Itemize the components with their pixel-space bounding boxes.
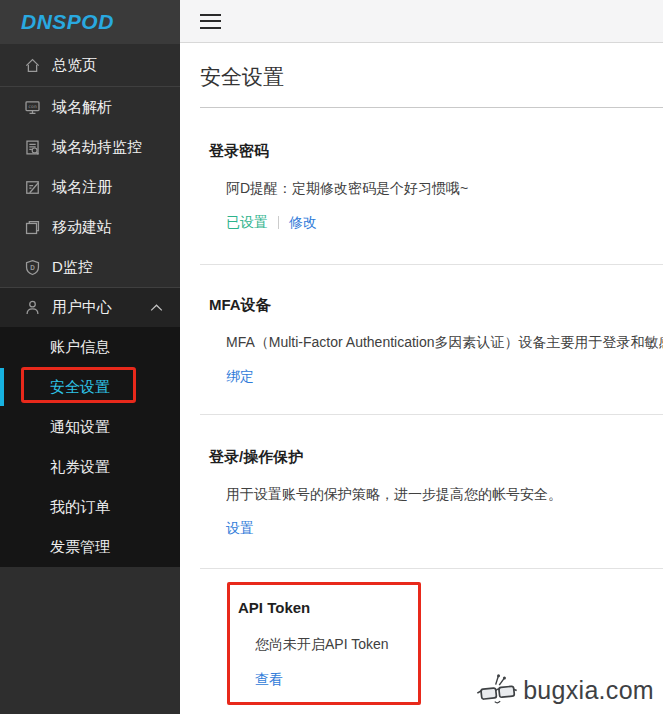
windows-icon [24,219,41,236]
sidebar-filler [0,567,180,714]
sidebar-item-dns[interactable]: con 域名解析 [0,87,180,127]
section-mfa-device: MFA设备 MFA（Multi-Factor Authentication多因素… [209,295,663,386]
sidebar-item-label: 发票管理 [50,538,110,557]
section-login-password: 登录密码 阿D提醒：定期修改密码是个好习惯哦~ 已设置 修改 [209,141,663,232]
sidebar-item-label: 我的订单 [50,498,110,517]
section-body: 您尚未开启API Token [255,635,418,653]
section-body: 阿D提醒：定期修改密码是个好习惯哦~ [226,179,663,197]
user-icon [24,299,41,316]
link-separator [278,216,279,229]
page-title: 安全设置 [200,65,663,89]
sidebar-item-label: 通知设置 [50,418,110,437]
user-center-submenu: 账户信息 安全设置 通知设置 礼券设置 我的订单 发票管理 [0,327,180,567]
sidebar-item-notification-settings[interactable]: 通知设置 [0,407,180,447]
sidebar-item-label: D监控 [52,258,93,277]
section-body: 用于设置账号的保护策略，进一步提高您的帐号安全。 [226,485,663,503]
console-monitor-icon: con [24,99,41,116]
section-divider [200,414,663,415]
sidebar-item-label: 礼券设置 [50,458,110,477]
shield-d-icon: D [24,259,41,276]
sidebar-item-coupon-settings[interactable]: 礼券设置 [0,447,180,487]
sidebar-item-label: 用户中心 [52,298,112,317]
sidebar-item-invoice-management[interactable]: 发票管理 [0,527,180,567]
sidebar-item-overview[interactable]: 总览页 [0,44,180,87]
logo-row: DNSPOD [0,0,180,44]
sidebar-item-domain-register[interactable]: 域名注册 [0,167,180,207]
chevron-up-icon [150,304,163,312]
section-heading: 登录密码 [209,141,663,161]
title-divider [200,107,663,108]
sidebar-item-my-orders[interactable]: 我的订单 [0,487,180,527]
modify-password-link[interactable]: 修改 [289,213,317,232]
svg-text:D: D [30,263,35,270]
sidebar-item-mobile-site[interactable]: 移动建站 [0,207,180,247]
watermark: bugxia.com [476,673,654,707]
section-body: MFA（Multi-Factor Authentication多因素认证）设备主… [226,333,663,351]
section-heading: 登录/操作保护 [209,447,663,467]
password-set-status-link[interactable]: 已设置 [226,213,268,232]
sidebar-item-label: 总览页 [52,56,97,75]
sidebar-item-d-monitor[interactable]: D D监控 [0,247,180,287]
section-divider [200,568,663,569]
section-api-token: API Token 您尚未开启API Token 查看 [227,582,421,705]
bug-glasses-icon [476,673,518,707]
section-heading: API Token [238,598,418,618]
doc-search-icon [24,139,41,156]
hamburger-menu-icon[interactable] [200,14,221,29]
sidebar-item-label: 域名注册 [52,178,112,197]
view-api-token-link[interactable]: 查看 [255,670,283,689]
section-heading: MFA设备 [209,295,663,315]
protection-settings-link[interactable]: 设置 [226,519,254,538]
sidebar-item-label: 移动建站 [52,218,112,237]
dnspod-logo[interactable]: DNSPOD [21,10,114,34]
sidebar-item-security-settings[interactable]: 安全设置 [0,367,180,407]
sidebar-item-label: 域名劫持监控 [52,138,142,157]
doc-edit-icon [24,179,41,196]
watermark-text: bugxia.com [523,676,654,705]
section-divider [200,264,663,265]
svg-text:con: con [28,103,37,108]
sidebar-item-label: 账户信息 [50,338,110,357]
home-icon [24,57,41,74]
sidebar-item-account-info[interactable]: 账户信息 [0,327,180,367]
sidebar-item-user-center[interactable]: 用户中心 [0,287,180,327]
sidebar-item-label: 安全设置 [50,378,110,397]
main-content: 安全设置 登录密码 阿D提醒：定期修改密码是个好习惯哦~ 已设置 修改 MFA设… [180,0,663,714]
topbar [180,0,663,43]
sidebar-item-label: 域名解析 [52,98,112,117]
bind-mfa-link[interactable]: 绑定 [226,367,254,386]
sidebar-item-hijack-monitor[interactable]: 域名劫持监控 [0,127,180,167]
section-login-protection: 登录/操作保护 用于设置账号的保护策略，进一步提高您的帐号安全。 设置 [209,447,663,538]
sidebar: DNSPOD 总览页 con 域名解析 域名劫持监控 域名注册 移动建站 D [0,0,180,714]
